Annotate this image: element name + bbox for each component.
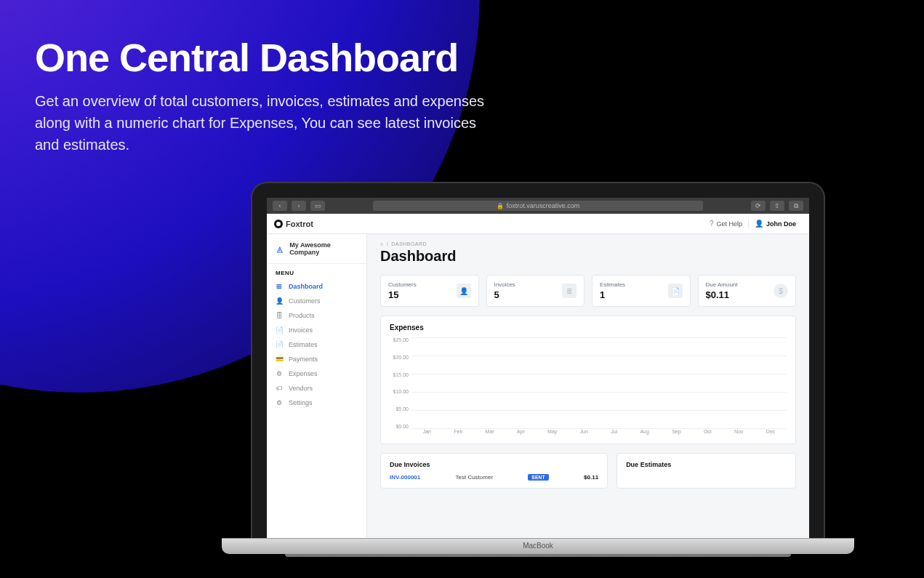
y-tick: $25.00 [390, 337, 409, 342]
x-tick: Feb [454, 429, 462, 439]
customers-icon: 👤 [276, 297, 283, 305]
stat-card-due-amount[interactable]: Due Amount$0.11$ [698, 275, 797, 307]
browser-back-button[interactable]: ‹ [273, 201, 287, 211]
y-tick: $20.00 [390, 355, 409, 360]
browser-chrome: ‹ › ▭ 🔒 foxtrot.varuscreative.com ⟳ ⇧ ⧉ [267, 198, 809, 214]
invoice-row[interactable]: INV-000001Test CustomerSENT$0.11 [390, 474, 598, 481]
company-selector[interactable]: ◬ My Awesome Company [267, 234, 366, 264]
browser-url-text: foxtrot.varuscreative.com [507, 202, 580, 209]
invoice-customer: Test Customer [456, 474, 494, 481]
app-logo-text: Foxtrot [286, 220, 313, 228]
x-tick: May [547, 429, 557, 439]
invoices-icon: 📄 [276, 326, 283, 334]
sidebar-item-label: Settings [289, 399, 313, 406]
x-tick: Oct [704, 429, 712, 439]
stat-card-invoices[interactable]: Invoices5≣ [486, 275, 585, 307]
invoice-id[interactable]: INV-000001 [390, 474, 420, 481]
x-tick: Apr [517, 429, 525, 439]
y-tick: $15.00 [390, 372, 409, 377]
macbook-base: MacBook [222, 538, 854, 554]
sidebar-item-label: Vendors [289, 385, 313, 392]
payments-icon: 💳 [276, 356, 283, 363]
due-estimates-title: Due Estimates [626, 461, 787, 468]
sidebar-item-vendors[interactable]: 🏷Vendors [267, 381, 366, 396]
sidebar-item-label: Customers [289, 297, 321, 305]
app-logo-icon [274, 220, 283, 228]
y-tick: $10.00 [390, 389, 409, 394]
hero-copy: One Central Dashboard Get an overview of… [35, 35, 500, 156]
stat-card-estimates[interactable]: Estimates1📄 [592, 275, 691, 307]
due-invoices-title: Due Invoices [390, 461, 598, 468]
y-tick: $0.00 [390, 424, 409, 429]
sidebar-item-expenses[interactable]: ⚙Expenses [267, 366, 366, 381]
stats-row: Customers15👤Invoices5≣Estimates1📄Due Amo… [380, 275, 796, 307]
stat-value: $0.11 [706, 289, 738, 300]
chart-bars [411, 337, 787, 429]
stat-label: Due Amount [706, 281, 738, 288]
x-tick: Dec [766, 429, 775, 439]
invoice-status-badge: SENT [528, 474, 549, 481]
lock-icon: 🔒 [497, 203, 504, 209]
browser-window: ‹ › ▭ 🔒 foxtrot.varuscreative.com ⟳ ⇧ ⧉ … [267, 198, 809, 538]
sidebar-item-customers[interactable]: 👤Customers [267, 294, 366, 308]
sidebar-item-dashboard[interactable]: ⊞Dashboard [267, 279, 366, 294]
expenses-icon: ⚙ [276, 370, 283, 377]
sidebar-item-label: Invoices [289, 326, 313, 334]
settings-icon: ⚙ [276, 399, 283, 406]
hero-subtitle: Get an overview of total customers, invo… [35, 90, 500, 156]
sidebar-item-invoices[interactable]: 📄Invoices [267, 323, 366, 337]
sidebar-item-label: Expenses [289, 370, 318, 377]
browser-url-bar[interactable]: 🔒 foxtrot.varuscreative.com [373, 201, 703, 211]
get-help-label: Get Help [716, 220, 742, 228]
browser-forward-button[interactable]: › [292, 201, 306, 211]
browser-share-button[interactable]: ⇧ [770, 201, 784, 211]
home-icon[interactable]: ⌂ [380, 241, 384, 246]
stat-card-customers[interactable]: Customers15👤 [380, 275, 479, 307]
due-invoices-card: Due Invoices INV-000001Test CustomerSENT… [380, 453, 608, 489]
app-header: Foxtrot ? Get Help 👤 John Doe [267, 214, 809, 234]
chart-x-axis: JanFebMarAprMayJunJulAugSepOctNovDec [411, 429, 787, 439]
x-tick: Aug [640, 429, 648, 439]
sidebar-item-estimates[interactable]: 📄Estimates [267, 337, 366, 352]
products-icon: 🗄 [276, 312, 283, 319]
app-body: ◬ My Awesome Company MENU ⊞Dashboard👤Cus… [267, 234, 809, 538]
chart-plot: JanFebMarAprMayJunJulAugSepOctNovDec [411, 337, 787, 439]
stat-icon: $ [774, 284, 788, 298]
stat-icon: ≣ [562, 284, 577, 298]
sidebar-item-products[interactable]: 🗄Products [267, 308, 366, 323]
x-tick: Jan [423, 429, 431, 439]
sidebar-item-label: Estimates [289, 341, 318, 348]
dashboard-icon: ⊞ [276, 283, 283, 290]
hero-title: One Central Dashboard [35, 35, 500, 80]
sidebar-item-label: Products [289, 312, 315, 319]
main-content: ⌂ / DASHBOARD Dashboard Customers15👤Invo… [367, 234, 809, 538]
lists-row: Due Invoices INV-000001Test CustomerSENT… [380, 453, 796, 489]
macbook-label: MacBook [523, 542, 553, 550]
macbook-screen: ‹ › ▭ 🔒 foxtrot.varuscreative.com ⟳ ⇧ ⧉ … [251, 182, 825, 538]
chart-area: $25.00$20.00$15.00$10.00$5.00$0.00 JanFe… [390, 337, 787, 439]
sidebar-item-settings[interactable]: ⚙Settings [267, 396, 366, 410]
macbook-mockup: ‹ › ▭ 🔒 foxtrot.varuscreative.com ⟳ ⇧ ⧉ … [251, 182, 854, 554]
sidebar-item-payments[interactable]: 💳Payments [267, 352, 366, 366]
help-icon: ? [710, 220, 714, 228]
breadcrumb-sep: / [387, 241, 388, 246]
menu-header: MENU [267, 264, 366, 279]
get-help-button[interactable]: ? Get Help [704, 220, 748, 228]
user-icon: 👤 [755, 220, 763, 228]
page-title: Dashboard [380, 248, 796, 265]
browser-reload-button[interactable]: ⟳ [751, 201, 766, 211]
x-tick: Jul [611, 429, 617, 439]
user-menu[interactable]: 👤 John Doe [748, 220, 802, 228]
browser-sidebar-button[interactable]: ▭ [310, 201, 325, 211]
vendors-icon: 🏷 [276, 385, 283, 392]
breadcrumb-label: DASHBOARD [391, 241, 427, 246]
expenses-chart-card: Expenses $25.00$20.00$15.00$10.00$5.00$0… [380, 316, 796, 444]
browser-tabs-button[interactable]: ⧉ [789, 201, 803, 211]
x-tick: Sep [672, 429, 680, 439]
y-tick: $5.00 [390, 406, 409, 412]
sidebar-item-label: Payments [289, 356, 318, 363]
app-logo[interactable]: Foxtrot [274, 220, 313, 228]
x-tick: Mar [486, 429, 494, 439]
stat-label: Customers [388, 281, 417, 288]
chart-title: Expenses [390, 324, 787, 332]
